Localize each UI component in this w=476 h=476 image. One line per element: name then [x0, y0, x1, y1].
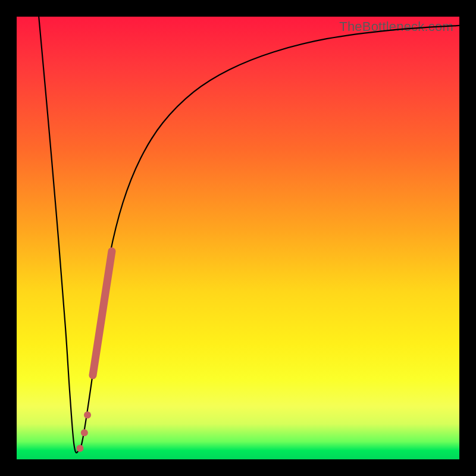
bottleneck-curve	[39, 17, 459, 453]
thick-red-segment	[93, 251, 112, 375]
chart-frame: TheBottleneck.com	[0, 0, 476, 476]
plot-area: TheBottleneck.com	[17, 17, 459, 459]
small-dot-3	[76, 444, 83, 452]
small-dot-2	[84, 412, 91, 419]
chart-svg	[17, 17, 459, 459]
curve-layer	[39, 17, 459, 453]
small-dot-1	[81, 429, 88, 436]
marker-layer	[76, 251, 112, 452]
